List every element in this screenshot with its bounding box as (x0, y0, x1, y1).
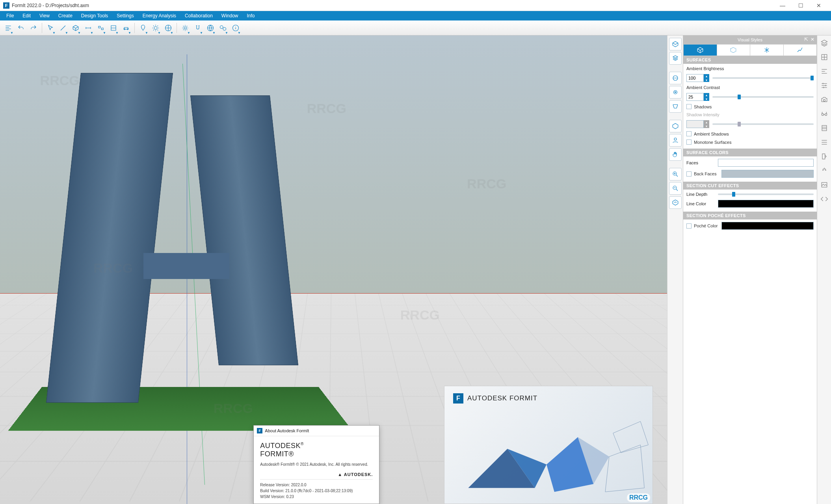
chevron-down-icon: ▼ (170, 31, 173, 35)
shadows-checkbox[interactable] (686, 104, 692, 109)
menu-design-tools[interactable]: Design Tools (77, 12, 112, 19)
about-brand2: FORMIT® (260, 450, 373, 458)
ambient-brightness-input[interactable] (686, 74, 704, 82)
close-button[interactable]: ✕ (810, 0, 828, 11)
align-left-button[interactable]: ▼ (2, 22, 14, 34)
menu-view[interactable]: View (35, 12, 54, 19)
view-3d-button[interactable] (669, 38, 682, 50)
zoom-out-button[interactable] (669, 182, 682, 195)
menu-energy-analysis[interactable]: Energy Analysis (139, 12, 180, 19)
pin-icon[interactable]: ⇱ (804, 37, 808, 42)
tab-settings[interactable] (784, 45, 817, 56)
glasses-icon[interactable] (819, 109, 829, 119)
workspace: RRCG RRCG RRCG RRCG RRCG RRCG F About Au… (0, 35, 831, 504)
monotone-checkbox[interactable] (686, 139, 692, 145)
ambient-shadows-checkbox[interactable] (686, 131, 692, 136)
menu-window[interactable]: Window (218, 12, 242, 19)
spin-down-icon[interactable]: ▼ (704, 97, 709, 101)
menubar: FileEditViewCreateDesign ToolsSettingsEn… (0, 11, 831, 20)
spin-down-icon[interactable]: ▼ (704, 78, 709, 82)
info-button[interactable]: ▼ (230, 22, 242, 34)
viewport-3d[interactable]: RRCG RRCG RRCG RRCG RRCG RRCG F About Au… (0, 35, 667, 504)
promo-badge: RRCG (627, 493, 650, 502)
pin-button[interactable]: ▼ (137, 22, 149, 34)
poche-color-swatch[interactable] (721, 222, 814, 230)
spin-up-icon[interactable]: ▲ (704, 74, 709, 78)
chevron-down-icon: ▼ (145, 31, 148, 35)
shadow-intensity-slider (712, 123, 814, 125)
menu-edit[interactable]: Edit (19, 12, 35, 19)
chevron-down-icon: ▼ (187, 31, 190, 35)
section-button[interactable]: ▼ (108, 22, 119, 34)
tab-solid[interactable] (684, 45, 717, 56)
line-button[interactable]: ▼ (57, 22, 69, 34)
ambient-contrast-slider[interactable] (712, 96, 814, 98)
shadow-intensity-input (686, 120, 704, 128)
snap-button[interactable]: ▼ (192, 22, 204, 34)
maximize-button[interactable]: ☐ (792, 0, 810, 11)
poche-checkbox[interactable] (686, 223, 692, 229)
cube-button[interactable]: ▼ (70, 22, 82, 34)
menu-settings[interactable]: Settings (113, 12, 138, 19)
scene-icon[interactable] (819, 180, 829, 190)
section-section-cut: SECTION CUT EFFECTS (683, 182, 817, 190)
dimension-button[interactable]: ▼ (82, 22, 94, 34)
code-icon[interactable] (819, 194, 829, 204)
about-header: F About Autodesk FormIt (254, 426, 379, 436)
levels-icon[interactable] (819, 137, 829, 147)
view-iso-button[interactable] (669, 52, 682, 65)
tab-wireframe[interactable] (717, 45, 751, 56)
array-button[interactable]: ▼ (95, 22, 107, 34)
shadow-intensity-label: Shadow Intensity (686, 112, 814, 117)
menu-file[interactable]: File (2, 12, 18, 19)
look-button[interactable] (669, 86, 682, 99)
menu-create[interactable]: Create (54, 12, 76, 19)
menu-info[interactable]: Info (243, 12, 259, 19)
backfaces-checkbox[interactable] (686, 171, 692, 177)
settings-icon[interactable] (819, 80, 829, 91)
tree-icon[interactable] (819, 166, 829, 176)
ambient-shadows-label: Ambient Shadows (694, 132, 729, 136)
promo-title: AUTODESK FORMIT (467, 394, 537, 402)
swatch-icon[interactable] (819, 151, 829, 162)
svg-marker-4 (605, 445, 644, 492)
app-logo-icon: F (3, 2, 9, 9)
undo-button[interactable] (15, 22, 27, 34)
camera-icon[interactable] (819, 95, 829, 105)
gear-button[interactable]: ▼ (179, 22, 191, 34)
panel-title: Visual Styles ⇱ ✕ (683, 35, 817, 44)
hand-button[interactable] (669, 148, 682, 161)
walk-button[interactable] (669, 100, 682, 113)
tab-material[interactable] (750, 45, 784, 56)
mesh-icon[interactable] (819, 52, 829, 62)
zoom-in-button[interactable] (669, 168, 682, 180)
compare-button[interactable]: ▼ (217, 22, 229, 34)
backfaces-color-swatch[interactable] (721, 170, 814, 178)
user-button[interactable] (669, 134, 682, 147)
promo-panel: F AUTODESK FORMIT RRCG (444, 386, 653, 504)
justify-icon[interactable] (819, 66, 829, 76)
3dview-button[interactable] (669, 120, 682, 132)
menu-collaboration[interactable]: Collaboration (181, 12, 217, 19)
orbit-button[interactable] (669, 72, 682, 84)
spin-up-icon[interactable]: ▲ (704, 93, 709, 97)
about-brand1: AUTODESK® (260, 442, 373, 450)
zoom-fit-button[interactable] (669, 196, 682, 209)
layers-icon[interactable] (819, 38, 829, 48)
bim-icon[interactable] (819, 123, 829, 133)
line-color-swatch[interactable] (718, 200, 814, 208)
line-depth-slider[interactable] (718, 193, 814, 195)
materials-button[interactable]: ▼ (162, 22, 174, 34)
redo-button[interactable] (28, 22, 39, 34)
minimize-button[interactable]: — (773, 0, 792, 11)
chevron-down-icon: ▼ (158, 31, 161, 35)
pointer-button[interactable]: ▼ (45, 22, 56, 34)
ambient-contrast-input[interactable] (686, 93, 704, 101)
ambient-brightness-slider[interactable] (712, 77, 814, 79)
globe-button[interactable]: ▼ (204, 22, 216, 34)
car-button[interactable]: ▼ (120, 22, 132, 34)
faces-color-swatch[interactable] (718, 159, 814, 167)
sun-button[interactable]: ▼ (150, 22, 162, 34)
panel-close-icon[interactable]: ✕ (811, 37, 814, 42)
separator (177, 23, 177, 33)
